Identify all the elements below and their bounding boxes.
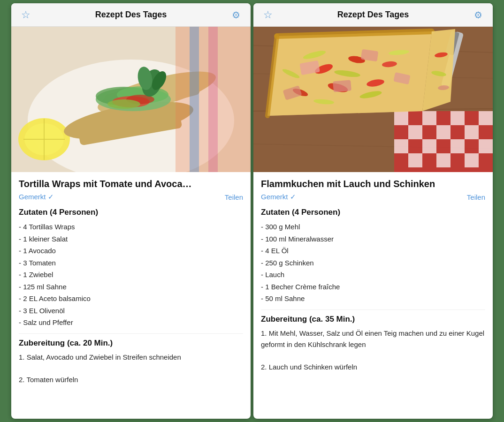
list-item: - 250 g Schinken	[261, 257, 485, 269]
gemerkt-button-1[interactable]: Gemerkt ✓	[19, 193, 54, 201]
settings-icon-1[interactable]: ⚙	[229, 9, 243, 21]
recipe-image-1	[11, 27, 251, 172]
list-item: - 1 Zwiebel	[19, 269, 243, 281]
ingredients-list-2: - 300 g Mehl - 100 ml Mineralwasser - 4 …	[261, 221, 485, 305]
list-item: - 4 Tortillas Wraps	[19, 221, 243, 233]
prep-step: 1. Salat, Avocado und Zwiebel in Streife…	[19, 352, 243, 363]
recipe-image-2	[253, 27, 493, 172]
action-row-1: Gemerkt ✓ Teilen	[19, 193, 243, 201]
list-item: - 2 EL Aceto balsamico	[19, 293, 243, 305]
content-2: Flammkuchen mit Lauch und Schinken Gemer…	[253, 172, 493, 419]
list-item: - Lauch	[261, 269, 485, 281]
svg-rect-31	[451, 111, 465, 125]
svg-rect-34	[436, 125, 451, 139]
favorite-icon-2[interactable]: ☆	[261, 9, 275, 21]
prep-step: 1. Mit Mehl, Wasser, Salz und Öl einen T…	[261, 328, 485, 350]
list-item: - Salz und Pfeffer	[19, 316, 243, 329]
header-title-2: Rezept Des Tages	[275, 10, 471, 20]
list-item: - 3 Tomaten	[19, 257, 243, 269]
header-title-1: Rezept Des Tages	[33, 10, 229, 20]
list-item: - 3 EL Olivenöl	[19, 305, 243, 317]
svg-rect-36	[394, 139, 408, 153]
list-item: - 1 kleiner Salat	[19, 233, 243, 245]
settings-icon-2[interactable]: ⚙	[471, 9, 485, 21]
list-item: - 50 ml Sahne	[261, 293, 485, 305]
svg-rect-37	[422, 139, 436, 153]
list-item: - 125 ml Sahne	[19, 281, 243, 293]
svg-rect-33	[408, 125, 422, 139]
prep-step: 2. Lauch und Schinken würfeln	[261, 362, 485, 373]
svg-rect-41	[436, 153, 451, 167]
action-row-2: Gemerkt ✓ Teilen	[261, 193, 485, 201]
svg-rect-38	[451, 139, 465, 153]
content-1: Tortilla Wraps mit Tomate und Avoca… Gem…	[11, 172, 251, 419]
svg-rect-39	[479, 139, 493, 153]
list-item: - 1 Becher Crème fraîche	[261, 281, 485, 293]
preparation-title-2: Zubereitung (ca. 35 Min.)	[261, 315, 485, 324]
svg-rect-42	[465, 153, 479, 167]
screen-2: ☆ Rezept Des Tages ⚙	[253, 3, 493, 419]
preparation-list-2: 1. Mit Mehl, Wasser, Salz und Öl einen T…	[261, 328, 485, 373]
svg-rect-17	[190, 27, 199, 172]
svg-rect-30	[422, 111, 436, 125]
screens-container: ☆ Rezept Des Tages ⚙	[8, 0, 496, 422]
ingredients-title-1: Zutaten (4 Personen)	[19, 208, 243, 217]
header-2: ☆ Rezept Des Tages ⚙	[253, 3, 493, 27]
teilen-button-1[interactable]: Teilen	[225, 193, 243, 201]
recipe-title-1: Tortilla Wraps mit Tomate und Avoca…	[19, 178, 243, 190]
svg-point-15	[107, 99, 140, 109]
divider-2	[261, 309, 485, 310]
prep-step: 2. Tomaten würfeln	[19, 374, 243, 385]
svg-rect-61	[333, 80, 351, 92]
recipe-title-2: Flammkuchen mit Lauch und Schinken	[261, 178, 485, 190]
gemerkt-button-2[interactable]: Gemerkt ✓	[261, 193, 296, 201]
list-item: - 300 g Mehl	[261, 221, 485, 233]
favorite-icon-1[interactable]: ☆	[19, 9, 33, 21]
list-item: - 100 ml Mineralwasser	[261, 233, 485, 245]
list-item: - 1 Avocado	[19, 245, 243, 257]
preparation-list-1: 1. Salat, Avocado und Zwiebel in Streife…	[19, 352, 243, 385]
svg-rect-18	[208, 27, 218, 172]
teilen-button-2[interactable]: Teilen	[467, 193, 485, 201]
preparation-title-1: Zubereitung (ca. 20 Min.)	[19, 339, 243, 348]
screen-1: ☆ Rezept Des Tages ⚙	[11, 3, 251, 419]
ingredients-title-2: Zutaten (4 Personen)	[261, 208, 485, 217]
ingredients-list-1: - 4 Tortillas Wraps - 1 kleiner Salat - …	[19, 221, 243, 329]
svg-rect-29	[394, 111, 408, 125]
list-item: - 4 EL Öl	[261, 245, 485, 257]
svg-rect-40	[408, 153, 422, 167]
svg-rect-35	[465, 125, 479, 139]
divider-1	[19, 333, 243, 334]
header-1: ☆ Rezept Des Tages ⚙	[11, 3, 251, 27]
svg-rect-32	[479, 111, 493, 125]
